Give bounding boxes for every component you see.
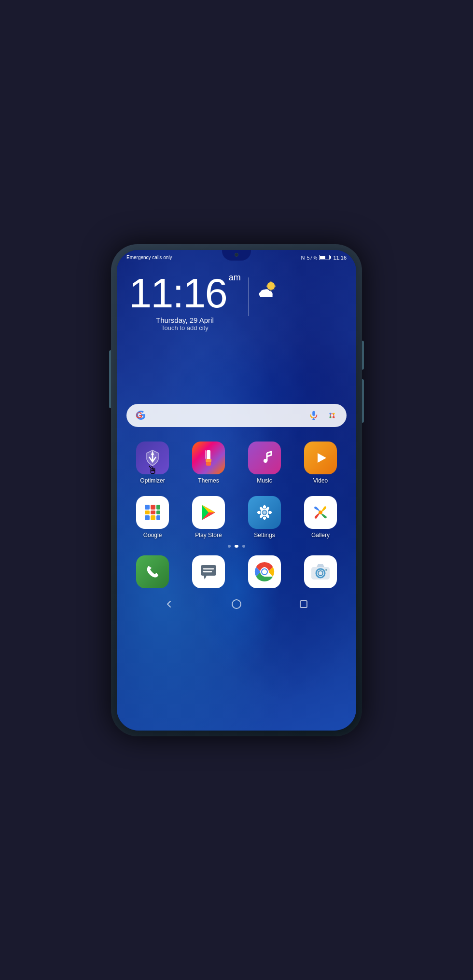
svg-rect-28	[145, 505, 150, 510]
themes-icon[interactable]	[192, 442, 225, 474]
playstore-icon[interactable]	[192, 496, 225, 529]
svg-line-6	[273, 288, 274, 289]
mic-icon[interactable]	[306, 408, 321, 423]
svg-text:G: G	[136, 411, 142, 420]
gallery-label: Gallery	[311, 532, 330, 538]
page-dot-2[interactable]	[235, 545, 238, 548]
svg-rect-13	[260, 293, 273, 297]
app-item-themes[interactable]: Themes	[182, 442, 235, 484]
optimizer-label: Optimizer	[140, 477, 165, 484]
svg-point-48	[262, 569, 267, 574]
svg-rect-31	[145, 511, 150, 514]
svg-point-18	[333, 413, 335, 414]
google-icon[interactable]	[136, 496, 169, 529]
app-item-playstore[interactable]: Play Store	[182, 496, 235, 538]
svg-rect-32	[151, 511, 155, 514]
dock-chrome[interactable]	[238, 555, 291, 588]
music-icon[interactable]	[248, 442, 281, 474]
lens-icon[interactable]	[325, 408, 339, 423]
notch	[222, 250, 251, 261]
volume-button-left[interactable]	[109, 350, 111, 408]
svg-rect-36	[156, 515, 160, 520]
emergency-text: Emergency calls only	[126, 255, 172, 260]
camera-icon[interactable]	[304, 555, 337, 588]
dock-camera[interactable]	[294, 555, 347, 588]
svg-marker-42	[204, 576, 207, 580]
clock-status: 11:16	[333, 255, 347, 261]
nav-back-button[interactable]	[162, 597, 177, 611]
svg-line-8	[267, 288, 268, 289]
svg-rect-29	[151, 505, 155, 510]
app-item-google[interactable]: Google	[126, 496, 179, 538]
volume-button-right[interactable]	[362, 379, 364, 423]
dock	[117, 552, 356, 591]
clock-divider	[248, 277, 249, 316]
messages-icon[interactable]	[192, 555, 225, 588]
search-bar[interactable]: G	[126, 404, 347, 427]
phone-icon[interactable]	[136, 555, 169, 588]
app-item-settings[interactable]: Settings	[238, 496, 291, 538]
settings-icon[interactable]	[248, 496, 281, 529]
nav-home-button[interactable]	[229, 597, 244, 611]
svg-line-7	[273, 283, 274, 284]
svg-point-26	[264, 459, 267, 463]
svg-rect-15	[312, 411, 315, 415]
svg-rect-54	[300, 601, 307, 607]
themes-label: Themes	[198, 477, 219, 484]
camera-notch	[235, 253, 238, 257]
page-indicators	[117, 541, 356, 552]
svg-rect-41	[201, 565, 216, 576]
power-button[interactable]	[362, 341, 364, 370]
svg-point-20	[333, 416, 335, 418]
google-label: Google	[143, 532, 162, 538]
svg-point-52	[325, 569, 327, 571]
clock-city: Touch to add city	[129, 324, 241, 331]
weather-icon	[256, 280, 280, 299]
playstore-label: Play Store	[195, 532, 222, 538]
video-icon[interactable]	[304, 442, 337, 474]
phone-screen: Emergency calls only N 57% 11:16 11:16am…	[117, 250, 356, 731]
svg-rect-34	[145, 515, 150, 520]
dock-messages[interactable]	[182, 555, 235, 588]
svg-line-5	[267, 283, 268, 284]
svg-rect-33	[156, 511, 160, 514]
svg-point-19	[330, 416, 332, 418]
svg-marker-27	[318, 453, 326, 463]
app-grid-row2: Google	[117, 489, 356, 541]
settings-label: Settings	[254, 532, 275, 538]
svg-rect-22	[206, 459, 211, 462]
svg-point-40	[319, 511, 322, 514]
dock-phone[interactable]	[126, 555, 179, 588]
clock-date: Thursday, 29 April	[129, 316, 241, 324]
music-label: Music	[257, 477, 272, 484]
status-right: N 57% 11:16	[301, 255, 347, 261]
svg-point-39	[263, 511, 266, 514]
clock-time: 11:16am	[129, 273, 241, 314]
gallery-icon[interactable]	[304, 496, 337, 529]
app-item-gallery[interactable]: Gallery	[294, 496, 347, 538]
app-grid-row1: 🖱 Optimizer Themes	[117, 434, 356, 486]
svg-rect-23	[206, 462, 211, 466]
page-dot-1[interactable]	[228, 545, 231, 548]
battery-percent: 57%	[306, 255, 317, 261]
chrome-icon[interactable]	[248, 555, 281, 588]
svg-rect-35	[151, 515, 155, 520]
nav-recents-button[interactable]	[296, 597, 311, 611]
svg-rect-24	[205, 450, 206, 459]
battery-icon	[319, 255, 331, 260]
nav-bar	[117, 593, 356, 615]
clock-area: 11:16am Thursday, 29 April Touch to add …	[117, 263, 356, 331]
svg-point-53	[232, 600, 241, 608]
video-label: Video	[313, 477, 328, 484]
app-item-music[interactable]: Music	[238, 442, 291, 484]
app-item-optimizer[interactable]: 🖱 Optimizer	[126, 442, 179, 484]
google-logo: G	[134, 408, 148, 423]
svg-point-17	[330, 413, 332, 414]
weather-area	[256, 280, 280, 299]
nfc-icon: N	[301, 255, 305, 261]
phone-device: Emergency calls only N 57% 11:16 11:16am…	[111, 244, 362, 736]
page-dot-3[interactable]	[242, 545, 245, 548]
optimizer-icon[interactable]: 🖱	[136, 442, 169, 474]
svg-rect-30	[156, 505, 160, 510]
app-item-video[interactable]: Video	[294, 442, 347, 484]
